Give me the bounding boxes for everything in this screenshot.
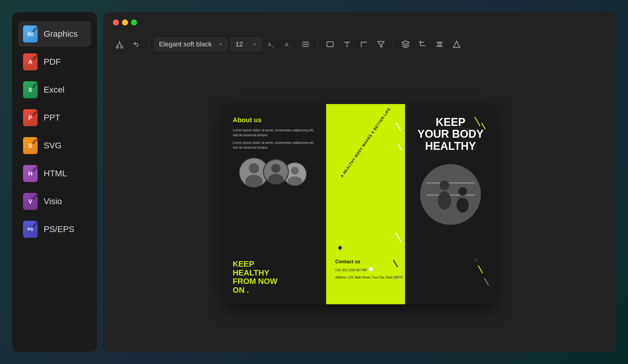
cut-button[interactable]	[113, 38, 126, 51]
svg-point-31	[458, 187, 467, 196]
deco-dot-2	[475, 259, 478, 262]
text-tool[interactable]	[340, 38, 354, 51]
maximize-button[interactable]	[131, 19, 137, 25]
deco-line-3	[395, 232, 402, 243]
main-headline: KEEP YOUR BODY HEALTHY	[417, 116, 484, 152]
contact-title: Contact us	[335, 259, 403, 265]
deco-line-1	[396, 123, 401, 131]
brochure-right-panel: KEEP YOUR BODY HEALTHY	[405, 104, 496, 304]
sidebar-item-svg[interactable]: S SVG	[18, 133, 91, 158]
deco-line-right-3	[478, 265, 483, 273]
bottom-cta-line2: HEALTHY	[233, 268, 277, 277]
bottom-cta-line4: ON .	[233, 286, 277, 295]
distribute-button[interactable]	[433, 38, 446, 51]
sidebar-label-pdf: PDF	[44, 57, 61, 67]
photos-row	[233, 157, 316, 194]
undo-button[interactable]	[130, 38, 143, 51]
svg-point-34	[452, 195, 457, 200]
shape-tool[interactable]	[450, 38, 463, 51]
gym-silhouette	[420, 164, 481, 225]
brochure-canvas: About us Lorem ipsum dolor sit amet, con…	[223, 104, 496, 304]
svg-point-25	[288, 176, 302, 186]
canvas-area[interactable]: About us Lorem ipsum dolor sit amet, con…	[103, 56, 616, 352]
angle-tool[interactable]	[357, 38, 371, 51]
graphics-icon	[23, 25, 38, 42]
svg-point-24	[291, 167, 299, 174]
minimize-button[interactable]	[122, 19, 128, 25]
contact-section: Contact us Cell: (01) 1234 567 890 Addre…	[335, 259, 403, 280]
headline-line2: YOUR BODY	[417, 128, 484, 140]
deco-line-2	[398, 143, 402, 150]
pseps-icon: PS	[23, 221, 38, 238]
about-text-2: Lorem ipsum dolor sit amet, consectetur …	[233, 140, 316, 150]
svg-rect-11	[327, 42, 333, 47]
sidebar-item-graphics[interactable]: Graphics	[18, 21, 91, 47]
diagonal-text: A HEALTHY BODY MAKES A BETTER LIFE	[339, 106, 392, 178]
svg-point-35	[466, 195, 470, 200]
svg-text:A: A	[268, 42, 271, 47]
font-size-value: 12	[235, 40, 243, 48]
toolbar-divider-2	[318, 38, 318, 50]
svg-text:-: -	[289, 45, 290, 49]
excel-icon: X	[23, 81, 38, 98]
svg-point-3	[121, 46, 123, 48]
sidebar-label-graphics: Graphics	[44, 29, 78, 39]
svg-point-21	[271, 164, 280, 173]
rectangle-tool[interactable]	[323, 38, 337, 51]
font-family-value: Elegant soft black	[159, 40, 212, 48]
contact-address: Address: 123, Main Street, Your City, St…	[335, 275, 403, 280]
svg-point-29	[440, 180, 449, 190]
main-area: Elegant soft black 12 A + A	[103, 12, 616, 352]
sidebar-item-html[interactable]: H HTML	[18, 161, 91, 186]
svg-point-19	[245, 175, 262, 187]
sidebar-item-pdf[interactable]: A PDF	[18, 49, 91, 75]
ppt-icon: P	[23, 109, 38, 126]
sidebar: Graphics A PDF X Excel P PPT	[12, 12, 97, 352]
svg-icon: S	[23, 137, 38, 154]
black-dot	[338, 246, 342, 250]
deco-dot-1	[466, 128, 469, 131]
sidebar-label-html: HTML	[44, 169, 67, 178]
sidebar-label-excel: Excel	[44, 85, 64, 95]
bottom-cta-line1: KEEP	[233, 260, 277, 268]
sidebar-item-excel[interactable]: X Excel	[18, 77, 91, 103]
toolbar: Elegant soft black 12 A + A	[103, 33, 616, 56]
svg-point-2	[116, 46, 119, 48]
bottom-cta-line3: FROM NOW	[233, 277, 277, 286]
about-title: About us	[233, 116, 316, 124]
person-silhouette-2	[264, 159, 288, 185]
sidebar-item-ppt[interactable]: P PPT	[18, 105, 91, 130]
svg-rect-16	[438, 43, 441, 46]
gym-photo-circle	[420, 164, 481, 225]
toggle-indicator	[369, 267, 373, 271]
layers-button[interactable]	[399, 38, 412, 51]
align-button[interactable]	[299, 38, 312, 51]
visio-icon: V	[23, 193, 38, 210]
sidebar-label-pseps: PS/EPS	[44, 224, 74, 234]
brochure-left-panel: About us Lorem ipsum dolor sit amet, con…	[223, 104, 326, 304]
svg-rect-27	[426, 182, 475, 184]
photo-circle-2	[263, 159, 289, 185]
sidebar-item-pseps[interactable]: PS PS/EPS	[18, 217, 91, 242]
crop-button[interactable]	[416, 38, 429, 51]
sidebar-label-ppt: PPT	[44, 113, 60, 123]
close-button[interactable]	[113, 19, 119, 25]
about-text-1: Lorem ipsum dolor sit amet, consectetur …	[233, 128, 316, 138]
svg-point-32	[457, 197, 469, 213]
increase-font-button[interactable]: A +	[265, 38, 278, 51]
sidebar-label-visio: Visio	[44, 197, 62, 206]
font-size-select[interactable]: 12	[231, 38, 261, 51]
font-family-select[interactable]: Elegant soft black	[154, 38, 227, 51]
title-bar	[103, 12, 616, 33]
sidebar-item-visio[interactable]: V Visio	[18, 189, 91, 214]
sidebar-label-svg: SVG	[44, 141, 62, 150]
contact-cell: Cell: (01) 1234 567 890	[335, 267, 403, 273]
filter-tool[interactable]	[374, 38, 388, 51]
deco-line-right-4	[484, 278, 489, 286]
toolbar-divider-1	[149, 38, 149, 50]
headline-line1: KEEP	[417, 116, 484, 128]
svg-point-30	[438, 191, 451, 210]
bottom-cta-text: KEEP HEALTHY FROM NOW ON .	[233, 260, 277, 294]
decrease-font-button[interactable]: A -	[282, 38, 295, 51]
app-container: Graphics A PDF X Excel P PPT	[0, 0, 628, 364]
